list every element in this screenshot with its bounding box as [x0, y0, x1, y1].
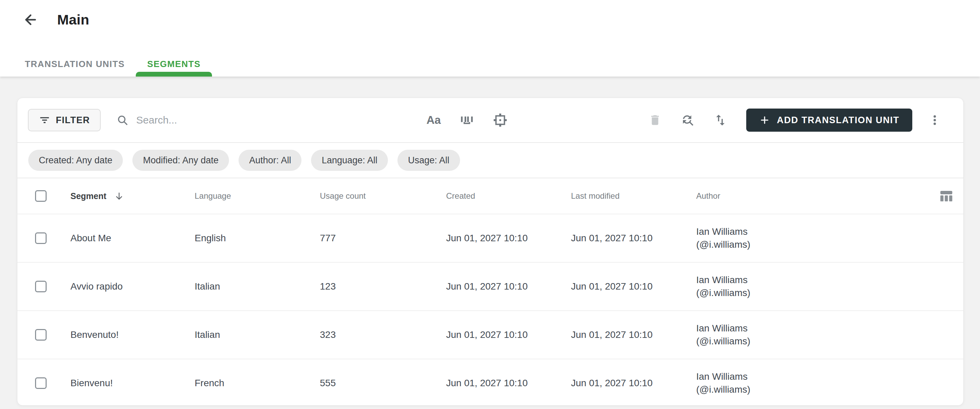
match-case-icon: Aa	[426, 114, 441, 127]
barcode-match-button[interactable]	[459, 112, 475, 128]
cell-usage-count: 555	[314, 378, 440, 388]
cell-author: Ian Williams (@i.williams)	[690, 322, 912, 348]
table-header-row: Segment Language Usage count Created Las…	[18, 178, 963, 214]
columns-settings-button[interactable]	[938, 188, 955, 204]
author-handle: (@i.williams)	[696, 383, 912, 396]
col-last-modified[interactable]: Last modified	[565, 191, 690, 201]
tab-bar: TRANSLATION UNITS SEGMENTS	[0, 51, 980, 76]
main-content: FILTER Aa	[0, 76, 980, 406]
cell-usage-count: 777	[314, 233, 440, 243]
author-name: Ian Williams	[696, 370, 912, 383]
arrow-back-icon	[23, 12, 38, 27]
cell-author: Ian Williams (@i.williams)	[690, 274, 912, 299]
search-icon	[116, 114, 129, 126]
select-all-checkbox[interactable]	[35, 190, 47, 202]
find-replace-button[interactable]	[679, 112, 696, 128]
delete-button[interactable]	[647, 112, 663, 128]
cell-last-modified: Jun 01, 2027 10:10	[565, 329, 690, 340]
row-checkbox[interactable]	[35, 377, 47, 389]
cell-created: Jun 01, 2027 10:10	[440, 281, 565, 292]
cell-segment: Avvio rapido	[64, 281, 189, 292]
tab-segments-label: SEGMENTS	[147, 59, 200, 69]
back-button[interactable]	[22, 11, 39, 28]
cell-segment: Bienvenu!	[64, 378, 189, 388]
search-box	[116, 114, 409, 126]
find-replace-icon	[681, 113, 695, 127]
author-handle: (@i.williams)	[696, 238, 912, 251]
chip-created[interactable]: Created: Any date	[28, 150, 123, 171]
col-segment-label: Segment	[70, 191, 107, 201]
cell-author: Ian Williams (@i.williams)	[690, 370, 912, 396]
col-language[interactable]: Language	[189, 191, 314, 201]
barcode-icon	[459, 112, 475, 128]
plus-icon	[759, 115, 770, 126]
cell-created: Jun 01, 2027 10:10	[440, 233, 565, 243]
row-checkbox[interactable]	[35, 232, 47, 244]
author-name: Ian Williams	[696, 274, 912, 286]
tab-segments[interactable]: SEGMENTS	[136, 51, 212, 76]
chip-language[interactable]: Language: All	[311, 150, 388, 171]
col-created[interactable]: Created	[440, 191, 565, 201]
filter-chips-row: Created: Any date Modified: Any date Aut…	[18, 143, 963, 178]
chip-modified[interactable]: Modified: Any date	[132, 150, 229, 171]
table-row[interactable]: Bienvenu! French 555 Jun 01, 2027 10:10 …	[18, 359, 963, 406]
row-checkbox[interactable]	[35, 281, 47, 292]
cell-created: Jun 01, 2027 10:10	[440, 329, 565, 340]
cell-segment: Benvenuto!	[64, 329, 189, 340]
filter-button[interactable]: FILTER	[28, 109, 101, 131]
author-name: Ian Williams	[696, 225, 912, 238]
filter-button-label: FILTER	[56, 115, 90, 126]
tab-translation-units[interactable]: TRANSLATION UNITS	[14, 51, 136, 76]
screen: Main TRANSLATION UNITS SEGMENTS FILTER	[0, 0, 980, 409]
col-segment[interactable]: Segment	[64, 191, 189, 201]
kebab-icon	[928, 113, 942, 127]
chip-author[interactable]: Author: All	[239, 150, 301, 171]
table-columns-icon	[940, 189, 953, 202]
crosshair-frame-icon	[492, 112, 508, 128]
toolbar: FILTER Aa	[18, 98, 963, 143]
cell-usage-count: 123	[314, 281, 440, 292]
frame-select-button[interactable]	[492, 112, 508, 128]
author-name: Ian Williams	[696, 322, 912, 335]
cell-last-modified: Jun 01, 2027 10:10	[565, 281, 690, 292]
col-author[interactable]: Author	[690, 191, 912, 201]
search-option-icons: Aa	[425, 112, 508, 128]
swap-vert-icon	[713, 113, 727, 127]
author-handle: (@i.williams)	[696, 286, 912, 299]
cell-segment: About Me	[64, 233, 189, 243]
cell-language: Italian	[189, 329, 314, 340]
cell-last-modified: Jun 01, 2027 10:10	[565, 378, 690, 388]
segments-card: FILTER Aa	[17, 98, 964, 406]
trash-icon	[649, 114, 662, 127]
active-tab-underline	[136, 72, 212, 76]
cell-created: Jun 01, 2027 10:10	[440, 378, 565, 388]
segments-table: Segment Language Usage count Created Las…	[18, 178, 963, 406]
cell-author: Ian Williams (@i.williams)	[690, 225, 912, 251]
cell-language: Italian	[189, 281, 314, 292]
filter-list-icon	[39, 114, 50, 126]
cell-last-modified: Jun 01, 2027 10:10	[565, 233, 690, 243]
table-row[interactable]: Benvenuto! Italian 323 Jun 01, 2027 10:1…	[18, 310, 963, 359]
more-options-button[interactable]	[927, 112, 943, 128]
action-icons	[647, 112, 729, 128]
add-translation-unit-label: ADD TRANSLATION UNIT	[777, 115, 899, 126]
table-row[interactable]: About Me English 777 Jun 01, 2027 10:10 …	[18, 214, 963, 262]
page-header: Main TRANSLATION UNITS SEGMENTS	[0, 0, 980, 76]
table-row[interactable]: Avvio rapido Italian 123 Jun 01, 2027 10…	[18, 262, 963, 310]
chip-usage[interactable]: Usage: All	[398, 150, 460, 171]
cell-language: English	[189, 233, 314, 243]
author-handle: (@i.williams)	[696, 335, 912, 348]
row-checkbox[interactable]	[35, 329, 47, 341]
page-title: Main	[57, 12, 89, 28]
add-translation-unit-button[interactable]: ADD TRANSLATION UNIT	[746, 108, 912, 132]
sort-button[interactable]	[712, 112, 729, 128]
cell-language: French	[189, 378, 314, 388]
search-input[interactable]	[136, 114, 409, 126]
table-body: About Me English 777 Jun 01, 2027 10:10 …	[18, 214, 963, 406]
cell-usage-count: 323	[314, 329, 440, 340]
sort-direction-icon	[114, 191, 124, 201]
match-case-button[interactable]: Aa	[425, 112, 442, 128]
col-usage-count[interactable]: Usage count	[314, 191, 440, 201]
